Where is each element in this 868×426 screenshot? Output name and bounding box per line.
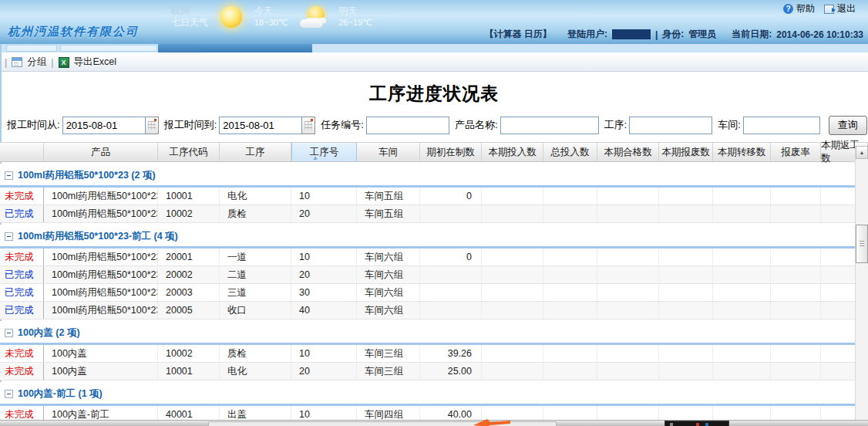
status-cell: 未完成 xyxy=(0,345,44,362)
table-row[interactable]: 已完成100ml药用铝瓶50*100*23-...20003三道30车间六组 xyxy=(0,284,868,302)
search-button[interactable]: 查询 xyxy=(829,116,867,135)
col-header-label: 本期报废数 xyxy=(661,146,710,159)
cell-product: 100ml药用铝瓶50*100*23 xyxy=(44,205,158,222)
export-excel-button[interactable]: 导出Excel xyxy=(74,56,117,69)
scroll-thumb[interactable] xyxy=(856,225,868,263)
statusbar-tools[interactable]: 【计算器 日历】 xyxy=(485,28,552,41)
cell-input xyxy=(482,266,543,283)
col-header-本期投入数[interactable]: 本期投入数 xyxy=(482,143,543,161)
cell-code: 10002 xyxy=(158,345,220,362)
filter-input-date-from[interactable] xyxy=(62,117,146,134)
cell-scrap xyxy=(659,302,713,319)
cell-total xyxy=(543,284,597,301)
cell-scrap xyxy=(659,188,713,205)
tab-segment-1[interactable] xyxy=(6,45,57,52)
top-header: 杭州沔温软件有限公司 杭州 七日天气 今天 18~30℃ 明天 26~19℃ ?… xyxy=(0,0,868,44)
col-header-产品[interactable]: 产品 xyxy=(44,143,158,161)
tab-strip xyxy=(0,44,868,53)
col-header-label: 产品 xyxy=(91,146,110,159)
cell-code: 10002 xyxy=(158,205,220,222)
help-link[interactable]: 帮助 xyxy=(796,2,815,15)
col-header-工序[interactable]: 工序 xyxy=(220,143,291,161)
col-header-label: 车间 xyxy=(378,146,398,159)
cell-seq: 10 xyxy=(291,188,357,205)
filter-input-date-to[interactable] xyxy=(219,117,302,134)
filter-bar: 报工时间从:报工时间到:任务编号:产品名称:工序:车间:查询 xyxy=(0,114,868,136)
grid-header-row: 产品工序代码工序工序号▲车间期初在制数本期投入数总投入数本期合格数本期报废数本期… xyxy=(0,142,868,162)
table-row[interactable]: 未完成100内盖10001电化20车间三组25.00 xyxy=(0,363,868,380)
col-header-status[interactable] xyxy=(0,143,44,161)
col-header-工序号[interactable]: 工序号▲ xyxy=(291,143,357,161)
collapse-icon[interactable] xyxy=(5,232,13,241)
col-header-报废率[interactable]: 报废率 xyxy=(771,143,821,161)
cell-initial: 39.26 xyxy=(420,345,482,362)
table-row[interactable]: 未完成100ml药用铝瓶50*100*2310001电化10车间五组0 xyxy=(0,188,868,205)
filter-input-task-no[interactable] xyxy=(366,117,449,134)
calendar-icon[interactable] xyxy=(146,117,159,134)
table-row[interactable]: 已完成100ml药用铝瓶50*100*23-...20005收口40车间六组 xyxy=(0,302,868,320)
group-header: 100ml药用铝瓶50*100*23 (2 项) xyxy=(0,164,868,188)
weather-forecast-link[interactable]: 七日天气 xyxy=(171,17,208,29)
grid-body: 100ml药用铝瓶50*100*23 (2 项)未完成100ml药用铝瓶50*1… xyxy=(0,164,868,426)
filter-label-process: 工序: xyxy=(604,118,627,132)
col-header-车间[interactable]: 车间 xyxy=(357,143,420,161)
filter-input-product-name[interactable] xyxy=(500,117,599,134)
collapse-icon[interactable] xyxy=(5,329,13,337)
cell-initial: 25.00 xyxy=(420,363,482,380)
cell-qualified xyxy=(597,284,659,301)
col-header-本期转移数[interactable]: 本期转移数 xyxy=(713,143,771,161)
filter-input-workshop[interactable] xyxy=(743,117,820,134)
filter-input-process[interactable] xyxy=(629,117,712,134)
login-user-redacted xyxy=(612,29,651,39)
cell-product: 100内盖 xyxy=(44,363,158,380)
vertical-scrollbar[interactable]: ▲ xyxy=(855,146,868,420)
col-header-label: 本期转移数 xyxy=(718,146,766,159)
cell-transfer xyxy=(713,345,771,362)
collapse-icon[interactable] xyxy=(5,171,13,180)
cell-scrap xyxy=(659,266,713,283)
window-dot xyxy=(670,423,673,426)
cell-code: 20001 xyxy=(158,248,220,265)
cell-transfer xyxy=(713,363,771,380)
role-value: 管理员 xyxy=(688,28,716,41)
weather-tomorrow-label: 明天 xyxy=(338,5,372,17)
weather-today-temp: 18~30℃ xyxy=(254,17,288,29)
table-row[interactable]: 已完成100ml药用铝瓶50*100*23-...20002二道20车间六组 xyxy=(0,266,868,284)
collapse-icon[interactable] xyxy=(5,390,13,398)
cell-process: 一道 xyxy=(220,248,291,265)
cell-initial xyxy=(420,284,482,301)
cell-code: 10001 xyxy=(158,188,220,205)
col-header-工序代码[interactable]: 工序代码 xyxy=(158,143,220,161)
login-label: 登陆用户: xyxy=(567,28,607,41)
status-cell: 已完成 xyxy=(0,205,44,222)
cell-rate xyxy=(771,302,821,319)
group-button[interactable]: 分组 xyxy=(27,56,46,69)
excel-icon: X xyxy=(59,57,69,68)
toolbar-separator: | xyxy=(5,57,7,68)
taskbar-sliver xyxy=(0,420,868,426)
calendar-icon[interactable] xyxy=(302,117,315,134)
cell-process: 质检 xyxy=(220,345,291,362)
cell-qualified xyxy=(597,266,659,283)
filter-label-task-no: 任务编号: xyxy=(321,118,364,132)
sun-icon xyxy=(220,6,242,28)
col-header-总投入数[interactable]: 总投入数 xyxy=(543,143,597,161)
table-row[interactable]: 已完成100ml药用铝瓶50*100*2310002质检20车间五组 xyxy=(0,205,868,223)
col-header-期初在制数[interactable]: 期初在制数 xyxy=(420,143,482,161)
logout-icon[interactable] xyxy=(824,5,834,14)
col-header-本期合格数[interactable]: 本期合格数 xyxy=(597,143,659,161)
cell-transfer xyxy=(713,284,771,301)
logout-link[interactable]: 退出 xyxy=(837,2,856,15)
table-row[interactable]: 未完成100内盖10002质检10车间三组39.26 xyxy=(0,345,868,363)
help-icon[interactable]: ? xyxy=(783,4,793,14)
tab-segment-2[interactable] xyxy=(60,45,157,52)
date-value: 2014-06-26 10:10:33 xyxy=(776,29,863,40)
cell-initial xyxy=(420,266,482,283)
cell-transfer xyxy=(713,248,771,265)
col-header-本期报废数[interactable]: 本期报废数 xyxy=(659,143,713,161)
cell-rate xyxy=(771,345,821,362)
scroll-up-icon[interactable]: ▲ xyxy=(856,146,868,159)
window-dot-blue xyxy=(705,423,708,426)
cell-workshop: 车间六组 xyxy=(357,248,420,265)
table-row[interactable]: 未完成100ml药用铝瓶50*100*23-...20001一道10车间六组0 xyxy=(0,248,868,266)
